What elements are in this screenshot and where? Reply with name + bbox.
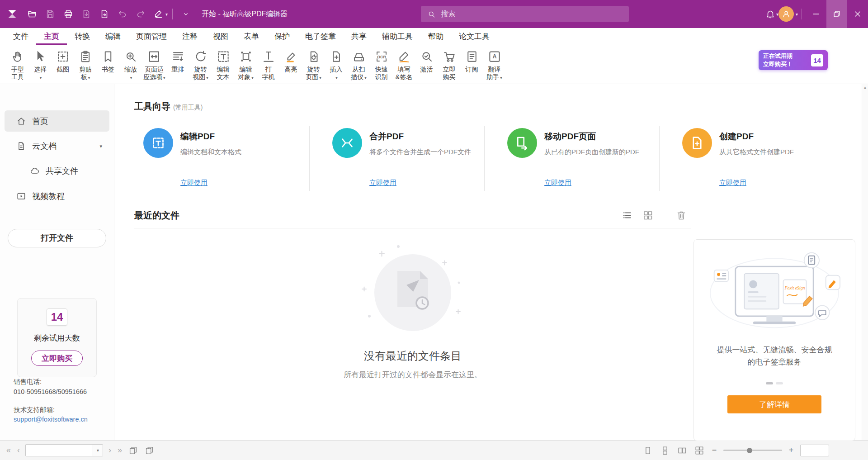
- ribbon-zoom-button[interactable]: 缩放 ▾: [119, 49, 142, 82]
- page-list-caret-icon[interactable]: ▾: [93, 445, 103, 456]
- use-now-link[interactable]: 立即使用: [544, 179, 571, 187]
- search-box[interactable]: [421, 6, 629, 22]
- prev-page-icon[interactable]: ‹: [16, 446, 21, 455]
- buy-now-button[interactable]: 立即购买: [31, 351, 83, 366]
- grid-view-button[interactable]: [642, 209, 654, 222]
- menu-item-share[interactable]: 共享: [344, 28, 374, 45]
- subscribe-icon: [465, 50, 479, 63]
- ribbon-clipboard-button[interactable]: 剪贴 板▾: [74, 49, 97, 82]
- open-file-button[interactable]: 打开文件: [8, 229, 106, 248]
- ribbon-highlight-button[interactable]: 高亮: [280, 49, 302, 74]
- zoom-in-button[interactable]: +: [788, 446, 795, 455]
- zoom-slider-track[interactable]: [723, 450, 782, 451]
- view-facing-button[interactable]: [676, 445, 688, 456]
- ribbon-activate-button[interactable]: 激活: [415, 49, 438, 74]
- zoom-slider[interactable]: [723, 447, 782, 454]
- list-view-button[interactable]: [621, 209, 633, 222]
- ribbon-reflow-button[interactable]: 重排: [167, 49, 189, 74]
- ribbon-select-button[interactable]: 选择 ▾: [29, 49, 52, 82]
- minimize-button[interactable]: [806, 0, 826, 28]
- chevron-down-icon[interactable]: ▾: [99, 143, 102, 149]
- menu-item-form[interactable]: 表单: [236, 28, 267, 45]
- menu-item-help[interactable]: 帮助: [420, 28, 451, 45]
- view-single-page-button[interactable]: [642, 445, 654, 456]
- ribbon-edit-text-button[interactable]: 编辑 文本: [212, 49, 235, 82]
- ribbon-from-scanner-button[interactable]: 从扫 描仪▾: [348, 49, 370, 82]
- zoom-level-input[interactable]: [800, 445, 829, 456]
- ribbon-quick-ocr-button[interactable]: 快速 识别: [370, 49, 393, 82]
- account-caret-icon[interactable]: ▾: [796, 12, 798, 17]
- ribbon-typewriter-button[interactable]: 打 字机: [257, 49, 280, 82]
- zoom-out-button[interactable]: −: [711, 446, 718, 455]
- search-input[interactable]: [440, 9, 623, 19]
- ribbon-translate-assistant-button[interactable]: 翻译 助手▾: [483, 49, 506, 82]
- close-button[interactable]: [847, 0, 868, 28]
- ribbon-button-label: 书签: [102, 66, 114, 73]
- learn-more-button[interactable]: 了解详情: [727, 395, 821, 413]
- ribbon-fill-sign-button[interactable]: 填写 &签名: [393, 49, 415, 82]
- trial-period-badge[interactable]: 正在试用期 立即购买！ 14: [759, 50, 828, 70]
- menu-item-home[interactable]: 主页: [36, 28, 67, 45]
- use-now-link[interactable]: 立即使用: [719, 179, 746, 187]
- last-page-icon[interactable]: »: [117, 446, 123, 455]
- carousel-dot[interactable]: [776, 382, 783, 384]
- print-icon: [63, 9, 73, 19]
- menu-item-protect[interactable]: 保护: [267, 28, 297, 45]
- sidebar-item-cloud-docs[interactable]: 云文档 ▾: [5, 135, 109, 156]
- menu-item-paper-tools[interactable]: 论文工具: [451, 28, 497, 45]
- save-icon-button[interactable]: [42, 5, 59, 23]
- menu-item-view[interactable]: 视图: [205, 28, 236, 45]
- convert-doc-icon-button[interactable]: [96, 5, 113, 23]
- menu-item-comment[interactable]: 注释: [175, 28, 205, 45]
- copy-pages-button[interactable]: [144, 445, 156, 456]
- carousel-dot-active[interactable]: [766, 382, 773, 384]
- print-icon-button[interactable]: [60, 5, 77, 23]
- menu-item-accessibility[interactable]: 辅助工具: [374, 28, 420, 45]
- sign-dropdown-caret-icon[interactable]: ▾: [165, 12, 168, 17]
- ribbon-snapshot-button[interactable]: 截图: [52, 49, 74, 74]
- use-now-link[interactable]: 立即使用: [180, 179, 208, 187]
- view-facing-continuous-button[interactable]: [693, 445, 705, 456]
- ribbon-insert-button[interactable]: 插入 ▾: [325, 49, 348, 82]
- export-pdf-icon-button[interactable]: [78, 5, 95, 23]
- ribbon-subscribe-button[interactable]: 订阅: [461, 49, 483, 74]
- menu-item-convert[interactable]: 转换: [67, 28, 98, 45]
- sidebar-item-shared-files[interactable]: 共享文件: [5, 161, 109, 182]
- vertical-scrollbar[interactable]: ▲: [862, 84, 868, 440]
- sidebar-item-home[interactable]: 首页: [5, 110, 109, 132]
- ribbon-rotate-view-button[interactable]: 旋转 视图▾: [189, 49, 212, 82]
- tool-card-merge-pdf[interactable]: 合并PDF 将多个文件合并生成一个PDF文件 立即使用: [309, 126, 484, 191]
- customize-toolbar-button[interactable]: [177, 5, 194, 23]
- next-page-icon[interactable]: ›: [108, 446, 112, 455]
- support-email-link[interactable]: support@foxitsoftware.cn: [14, 416, 88, 423]
- ribbon-fit-options-button[interactable]: 页面适 应选项▾: [142, 49, 167, 82]
- sidebar-item-video-tutorials[interactable]: 视频教程: [5, 185, 109, 207]
- open-file-icon-button[interactable]: [24, 5, 41, 23]
- restore-button[interactable]: [826, 0, 847, 28]
- first-page-icon[interactable]: «: [5, 446, 12, 455]
- notifications-caret-icon[interactable]: ▾: [776, 12, 778, 17]
- menu-item-page-management[interactable]: 页面管理: [128, 28, 175, 45]
- menu-item-edit[interactable]: 编辑: [98, 28, 128, 45]
- tool-card-edit-pdf[interactable]: 编辑PDF 编辑文档和文本格式 立即使用: [134, 126, 309, 191]
- tool-card-move-pdf-pages[interactable]: 移动PDF页面 从已有的PDF页面创建新的PDF 立即使用: [484, 126, 659, 191]
- page-number-input[interactable]: [26, 445, 93, 456]
- menu-item-esign[interactable]: 电子签章: [297, 28, 344, 45]
- menu-item-file[interactable]: 文件: [5, 28, 36, 45]
- tool-card-create-pdf[interactable]: 创建PDF 从其它格式文件创建PDF 立即使用: [659, 126, 834, 191]
- scroll-up-icon[interactable]: ▲: [863, 86, 867, 440]
- ribbon-edit-object-button[interactable]: 编辑 对象▾: [235, 49, 257, 82]
- snapshot-pages-button[interactable]: [127, 445, 139, 456]
- sign-stamp-icon-button[interactable]: [150, 5, 167, 23]
- clear-recent-button[interactable]: [675, 209, 688, 222]
- redo-icon-button[interactable]: [132, 5, 149, 23]
- ribbon-hand-tool-button[interactable]: 手型 工具: [6, 49, 29, 82]
- undo-icon-button[interactable]: [114, 5, 131, 23]
- ribbon-buy-now-button[interactable]: 立即 购买: [438, 49, 461, 82]
- user-avatar[interactable]: [778, 6, 794, 22]
- zoom-slider-thumb[interactable]: [747, 448, 752, 453]
- ribbon-rotate-pages-button[interactable]: 旋转 页面▾: [302, 49, 325, 82]
- use-now-link[interactable]: 立即使用: [369, 179, 396, 187]
- view-continuous-button[interactable]: [659, 445, 671, 456]
- ribbon-bookmark-button[interactable]: 书签: [97, 49, 119, 74]
